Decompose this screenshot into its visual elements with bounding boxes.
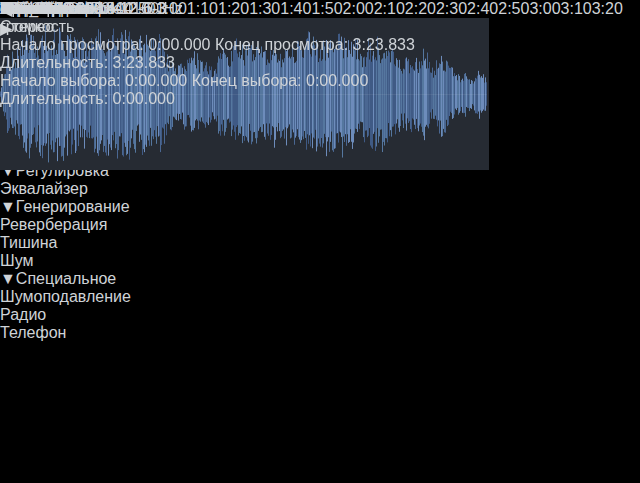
view-duration-label: Длительность: — [0, 54, 108, 71]
effect-item-label: Шум — [0, 252, 33, 269]
effect-item-label: Тишина — [0, 234, 58, 251]
ruler-time-label: 2:50 — [498, 0, 529, 17]
effect-item-13[interactable]: ▼Специальное — [0, 270, 131, 288]
effect-item-14[interactable]: Шумоподавление — [0, 288, 131, 306]
effect-item-16[interactable]: Телефон — [0, 324, 131, 342]
ruler-time-label: 3:20 — [592, 0, 623, 17]
selection-end-value: 0:00.000 — [306, 72, 368, 89]
selection-duration-label: Длительность: — [0, 90, 108, 107]
view-duration-value: 3:23.833 — [113, 54, 175, 71]
effect-item-label: Реверберация — [0, 216, 107, 233]
status-view: Начало просмотра: 0:00.000 Конец просмот… — [0, 36, 415, 72]
effect-item-12[interactable]: Шум — [0, 252, 131, 270]
view-start-value: 0:00.000 — [148, 36, 210, 53]
effect-item-11[interactable]: Тишина — [0, 234, 131, 252]
ruler-time-label: 3:00 — [529, 0, 560, 17]
channel-mode: Стерео — [0, 18, 415, 36]
status-selection: Начало выбора: 0:00.000 Конец выбора: 0:… — [0, 72, 415, 108]
selection-duration-value: 0:00.000 — [113, 90, 175, 107]
effect-item-label: Эквалайзер — [0, 180, 88, 197]
view-start-label: Начало просмотра: — [0, 36, 144, 53]
selection-start-label: Начало выбора: — [0, 72, 121, 89]
effect-item-9[interactable]: ▼Генерирование — [0, 198, 131, 216]
effect-item-10[interactable]: Реверберация — [0, 216, 131, 234]
ruler-time-label: 3:10 — [561, 0, 592, 17]
effect-item-label: Радио — [0, 306, 46, 323]
status-source: Источник: MP3 44100 Hz Стерео — [0, 0, 415, 36]
effect-item-15[interactable]: Радио — [0, 306, 131, 324]
selection-start-value: 0:00.000 — [125, 72, 187, 89]
effect-item-label: Шумоподавление — [0, 288, 131, 305]
wave-editor-window: ФайлВидЭффе... *Новый проект без имени ?… — [0, 0, 640, 483]
effect-item-label: Специальное — [16, 270, 116, 287]
effect-item-label: Телефон — [0, 324, 66, 341]
effect-item-8[interactable]: Эквалайзер — [0, 180, 131, 198]
collapse-triangle-icon[interactable]: ▼ — [0, 270, 16, 287]
collapse-triangle-icon[interactable]: ▼ — [0, 198, 16, 215]
source-info: Источник: MP3 44100 Hz — [0, 0, 415, 18]
view-end-label: Конец просмотра: — [215, 36, 348, 53]
view-end-value: 3:23.833 — [353, 36, 415, 53]
effect-item-label: Генерирование — [16, 198, 130, 215]
status-bar: Источник: MP3 44100 Hz Стерео Начало про… — [0, 0, 415, 108]
selection-end-label: Конец выбора: — [192, 72, 302, 89]
